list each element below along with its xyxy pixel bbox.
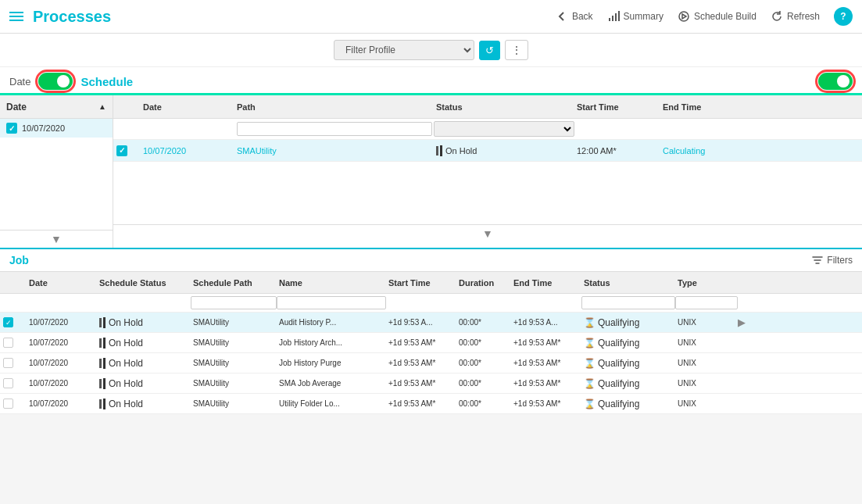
- job-name-filter[interactable]: [277, 296, 386, 309]
- filter-bar: Filter Profile ↺ ⋮: [0, 34, 862, 67]
- job-row-3-name: Job History Purge: [277, 359, 386, 367]
- job-row-4-status: ⌛Qualifying: [581, 378, 675, 389]
- job-row-3-sched-path: SMAUtility: [191, 359, 277, 367]
- schedule-data-row[interactable]: ✓ 10/07/2020 SMAUtility On Hold 12:00 AM…: [113, 140, 862, 162]
- summary-button[interactable]: Summary: [607, 10, 663, 23]
- right-toggle[interactable]: [818, 73, 853, 90]
- job-row-1[interactable]: ✓ 10/07/2020 On Hold SMAUtility Audit Hi…: [0, 313, 862, 333]
- row-scroll-right[interactable]: ▶: [738, 316, 746, 328]
- sch-col-status: Status: [433, 102, 574, 112]
- job-row-2-status: ⌛Qualifying: [581, 338, 675, 349]
- job-row-1-date: 10/07/2020: [27, 318, 97, 327]
- job-row-1-status: ⌛Qualifying: [581, 317, 675, 328]
- job-table-wrap: Date Schedule Status Schedule Path Name …: [0, 272, 862, 414]
- filter-profile-select[interactable]: Filter Profile: [334, 40, 474, 60]
- job-col-duration: Duration: [456, 278, 511, 288]
- svg-rect-3: [618, 11, 620, 21]
- job-row-1-sched-status: On Hold: [97, 317, 191, 328]
- job-row-1-name: Audit History P...: [277, 318, 386, 327]
- schedule-section-header: Date Schedule: [0, 67, 862, 95]
- job-header: Job Filters: [0, 249, 862, 272]
- sch-col-path: Path: [234, 102, 433, 112]
- job-row-2-date: 10/07/2020: [27, 338, 97, 347]
- job-row-2-end: +1d 9:53 AM*: [511, 338, 581, 347]
- job-row-4[interactable]: 10/07/2020 On Hold SMAUtility SMA Job Av…: [0, 374, 862, 394]
- job-col-end: End Time: [511, 278, 581, 288]
- left-toggle[interactable]: [38, 73, 73, 90]
- job-row-2-start: +1d 9:53 AM*: [386, 338, 456, 347]
- filters-button[interactable]: Filters: [812, 255, 853, 266]
- job-row-5-type: UNIX: [675, 399, 738, 408]
- job-row-2-sched-path: SMAUtility: [191, 338, 277, 347]
- job-row-3-end: +1d 9:53 AM*: [511, 359, 581, 367]
- job-type-filter[interactable]: [675, 296, 738, 309]
- date-row[interactable]: ✓ 10/07/2020: [0, 119, 113, 138]
- job-row-2-sched-status: On Hold: [97, 338, 191, 349]
- job-row-2-checkbox[interactable]: [3, 338, 13, 348]
- hamburger-icon[interactable]: [9, 12, 23, 21]
- sch-col-end: End Time: [660, 102, 859, 112]
- job-row-4-duration: 00:00*: [456, 379, 511, 388]
- job-row-5[interactable]: 10/07/2020 On Hold SMAUtility Utility Fo…: [0, 394, 862, 414]
- sch-status-filter[interactable]: [434, 121, 574, 137]
- job-row-5-name: Utility Folder Lo...: [277, 399, 386, 408]
- job-row-1-checkbox[interactable]: ✓: [3, 317, 13, 327]
- job-col-start: Start Time: [386, 278, 456, 288]
- job-row-2-duration: 00:00*: [456, 338, 511, 347]
- app-title: Processes: [33, 8, 111, 26]
- date-checkbox[interactable]: ✓: [6, 123, 17, 134]
- date-scroll-down[interactable]: ▼: [0, 230, 113, 248]
- job-row-3-checkbox[interactable]: [3, 358, 13, 368]
- job-row-1-type: UNIX: [675, 318, 738, 327]
- job-col-headers: Date Schedule Status Schedule Path Name …: [0, 272, 862, 294]
- filter-refresh-button[interactable]: ↺: [479, 41, 500, 60]
- date-section-label: Date: [9, 76, 30, 88]
- top-bar: Processes Back Summary Schedule Build Re…: [0, 0, 862, 34]
- sch-col-start: Start Time: [574, 102, 660, 112]
- job-row-5-start: +1d 9:53 AM*: [386, 399, 456, 408]
- job-row-4-date: 10/07/2020: [27, 379, 97, 388]
- sch-row-date: 10/07/2020: [140, 146, 234, 155]
- job-path-filter[interactable]: [191, 296, 277, 309]
- date-col-label: Date: [6, 102, 27, 113]
- job-row-3-duration: 00:00*: [456, 359, 511, 367]
- job-filter-row: [0, 294, 862, 313]
- job-row-5-sched-status: On Hold: [97, 399, 191, 409]
- job-row-2[interactable]: 10/07/2020 On Hold SMAUtility Job Histor…: [0, 333, 862, 353]
- schedule-build-button[interactable]: Schedule Build: [678, 10, 756, 23]
- schedule-scroll-btn[interactable]: ▼: [113, 224, 862, 242]
- job-row-5-checkbox[interactable]: [3, 399, 13, 409]
- job-section: Job Filters Date Schedule Status Schedul…: [0, 248, 862, 414]
- green-accent-bar: [0, 93, 862, 95]
- sch-row-checkbox[interactable]: ✓: [116, 145, 127, 156]
- svg-rect-1: [612, 16, 613, 21]
- job-row-1-duration: 00:00*: [456, 318, 511, 327]
- job-row-3[interactable]: 10/07/2020 On Hold SMAUtility Job Histor…: [0, 353, 862, 374]
- filter-menu-button[interactable]: ⋮: [505, 40, 528, 60]
- job-row-5-duration: 00:00*: [456, 399, 511, 408]
- schedule-area: Date ▲ ✓ 10/07/2020 ▼ Date Path Status S…: [0, 95, 862, 248]
- refresh-button[interactable]: Refresh: [771, 10, 820, 23]
- job-row-1-start: +1d 9:53 A...: [386, 318, 456, 327]
- job-row-1-sched-path: SMAUtility: [191, 318, 277, 327]
- job-row-4-checkbox[interactable]: [3, 378, 13, 388]
- job-col-sched-status: Schedule Status: [97, 278, 191, 288]
- sch-col-date: Date: [140, 102, 234, 112]
- help-button[interactable]: ?: [834, 7, 853, 26]
- job-row-3-status: ⌛Qualifying: [581, 358, 675, 369]
- job-row-5-end: +1d 9:53 AM*: [511, 399, 581, 408]
- job-row-3-sched-status: On Hold: [97, 358, 191, 369]
- date-panel-header: Date ▲: [0, 95, 113, 119]
- date-value: 10/07/2020: [22, 123, 65, 133]
- job-row-3-start: +1d 9:53 AM*: [386, 359, 456, 367]
- sch-path-filter[interactable]: [237, 122, 432, 136]
- job-row-3-type: UNIX: [675, 359, 738, 367]
- back-button[interactable]: Back: [556, 10, 593, 23]
- date-sort-icon: ▲: [98, 102, 106, 111]
- schedule-table-wrap: Date Path Status Start Time End Time ✓ 1: [113, 95, 862, 248]
- top-bar-left: Processes: [9, 8, 556, 26]
- job-status-filter[interactable]: [581, 296, 675, 309]
- job-row-4-name: SMA Job Average: [277, 379, 386, 388]
- schedule-section-label: Schedule: [80, 75, 133, 88]
- svg-rect-2: [615, 13, 617, 21]
